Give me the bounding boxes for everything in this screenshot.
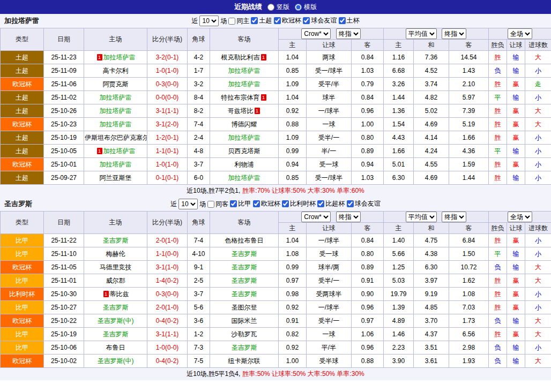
full-match-select[interactable]: 全场 bbox=[508, 28, 532, 39]
away-team-cell: 加拉塔萨雷 bbox=[210, 171, 279, 185]
same-venue-checkbox[interactable]: 同主 bbox=[228, 17, 249, 26]
goals-result-cell: 小 bbox=[525, 341, 551, 355]
away-team[interactable]: 贝西克塔斯 bbox=[228, 147, 260, 155]
same-venue-checkbox-input[interactable] bbox=[207, 201, 214, 208]
home-team[interactable]: 圣吉罗斯 bbox=[103, 330, 129, 338]
same-venue-checkbox[interactable]: 同客 bbox=[207, 200, 228, 209]
competition-checkbox[interactable]: 土杯 bbox=[339, 16, 360, 25]
competition-checkbox[interactable]: 欧冠杯 bbox=[274, 16, 301, 25]
final-index-select2[interactable]: 终指 bbox=[442, 212, 466, 222]
date-cell: 25-10-01 bbox=[44, 158, 84, 171]
home-team[interactable]: 加拉塔萨雷 bbox=[100, 94, 132, 101]
competition-checkbox-input[interactable] bbox=[253, 200, 260, 207]
score-cell: 3-1(1-1) bbox=[147, 104, 188, 118]
home-team[interactable]: 蒂比兹 bbox=[110, 290, 129, 298]
away-team[interactable]: 利物浦 bbox=[235, 161, 254, 168]
competition-checkbox[interactable]: 比甲 bbox=[230, 199, 251, 208]
away-team[interactable]: 国际米兰 bbox=[232, 317, 257, 325]
crown-company-select[interactable]: Crow* bbox=[301, 212, 331, 222]
avg-draw-cell: 4.38 bbox=[414, 247, 449, 261]
competition-checkbox[interactable]: 比利时杯 bbox=[282, 199, 316, 208]
home-odds-cell: 1.04 bbox=[279, 91, 307, 104]
goals-result-cell: 小 bbox=[525, 288, 551, 301]
competition-checkbox-input[interactable] bbox=[282, 200, 289, 207]
away-team[interactable]: 圣吉罗斯 bbox=[232, 263, 257, 271]
home-team[interactable]: 圣吉罗斯 bbox=[103, 237, 129, 244]
home-team[interactable]: 加拉塔萨雷 bbox=[103, 54, 136, 61]
final-index-select2[interactable]: 终指 bbox=[442, 28, 466, 39]
recent-count-select[interactable]: 10 bbox=[178, 199, 198, 209]
home-team[interactable]: 圣吉罗斯(中) bbox=[98, 317, 134, 325]
home-team[interactable]: 梅赫伦 bbox=[106, 250, 125, 258]
home-team[interactable]: 加拉塔萨雷 bbox=[100, 107, 132, 115]
away-team[interactable]: 加拉塔萨雷 bbox=[228, 67, 260, 74]
home-team[interactable]: 伊斯坦布尔巴萨克塞尔 bbox=[85, 134, 147, 141]
home-team[interactable]: 阿贾克斯 bbox=[103, 80, 129, 88]
away-team[interactable]: 圣吉罗斯 bbox=[232, 290, 257, 298]
competition-checkbox[interactable]: 土超 bbox=[251, 16, 272, 25]
away-team[interactable]: 沙勒罗瓦 bbox=[232, 330, 257, 338]
away-team[interactable]: 纽卡斯尔联 bbox=[228, 357, 260, 365]
handicap-result-cell: 赢 bbox=[507, 131, 525, 145]
home-team[interactable]: 圣吉罗斯(中) bbox=[98, 357, 134, 365]
layout-vertical-radio[interactable]: 竖版 bbox=[267, 3, 289, 12]
horizontal-radio-input[interactable] bbox=[295, 4, 302, 11]
competition-checkbox-input[interactable] bbox=[251, 17, 258, 24]
competition-checkbox[interactable]: 欧冠杯 bbox=[253, 199, 280, 208]
home-team[interactable]: 加拉塔萨雷 bbox=[103, 147, 136, 155]
sub-handicap: 让球 bbox=[307, 40, 352, 51]
same-venue-checkbox-input[interactable] bbox=[228, 18, 235, 25]
average-select[interactable]: 平均值 bbox=[406, 212, 437, 222]
away-team[interactable]: 圣图尔登 bbox=[232, 304, 257, 311]
layout-horizontal-radio[interactable]: 横版 bbox=[295, 3, 317, 12]
recent-count-select[interactable]: 10 bbox=[199, 16, 219, 26]
home-team-cell: 阿贾克斯 bbox=[84, 78, 147, 91]
red-card-badge: 1 bbox=[103, 291, 109, 297]
handicap-cell: 半/一 bbox=[307, 145, 352, 158]
home-team[interactable]: 布鲁日 bbox=[106, 344, 125, 351]
handicap-result-cell: 输 bbox=[507, 247, 525, 261]
competition-checkbox-input[interactable] bbox=[303, 17, 310, 24]
away-team[interactable]: 哥兹塔比 bbox=[228, 107, 254, 115]
competition-checkbox-input[interactable] bbox=[317, 200, 324, 207]
final-index-select[interactable]: 终指 bbox=[336, 28, 361, 39]
competition-checkbox-input[interactable] bbox=[339, 17, 346, 24]
average-select[interactable]: 平均值 bbox=[406, 28, 437, 39]
handicap-cell: 受一球 bbox=[307, 158, 352, 171]
away-team[interactable]: 加拉塔萨雷 bbox=[228, 80, 260, 88]
home-team[interactable]: 高卡尔利 bbox=[103, 67, 129, 74]
vertical-radio-input[interactable] bbox=[267, 4, 274, 11]
avg-draw-cell: 5.02 bbox=[414, 104, 449, 118]
crown-company-select[interactable]: Crow* bbox=[301, 28, 331, 39]
home-team[interactable]: 马德里竞技 bbox=[100, 263, 132, 271]
competition-cell: 比甲 bbox=[1, 247, 44, 261]
result-cell: 胜 bbox=[489, 131, 507, 145]
home-team[interactable]: 加拉塔萨雷 bbox=[100, 161, 132, 168]
competition-checkbox[interactable]: 球会友谊 bbox=[347, 199, 381, 208]
competition-checkbox-input[interactable] bbox=[274, 17, 281, 24]
competition-checkbox[interactable]: 球会友谊 bbox=[303, 16, 337, 25]
corner-cell: 5-6 bbox=[188, 301, 210, 314]
home-team[interactable]: 圣吉罗斯 bbox=[103, 304, 129, 311]
competition-checkbox-input[interactable] bbox=[230, 200, 237, 207]
competition-checkbox[interactable]: 比超杯 bbox=[317, 199, 345, 208]
home-team[interactable]: 威尔郡 bbox=[106, 277, 125, 284]
date-cell: 25-11-10 bbox=[44, 247, 84, 261]
away-team[interactable]: 特拉布宗体育 bbox=[221, 94, 260, 101]
home-team[interactable]: 阿兰亚斯堡 bbox=[100, 174, 132, 182]
away-team[interactable]: 圣吉罗斯 bbox=[232, 344, 257, 351]
full-match-select[interactable]: 全场 bbox=[508, 212, 532, 222]
away-team[interactable]: 圣吉罗斯 bbox=[232, 277, 257, 284]
away-team[interactable]: 加拉塔萨雷 bbox=[228, 174, 260, 182]
away-team[interactable]: 博德闪耀 bbox=[232, 120, 257, 128]
away-team[interactable]: 加拉塔萨雷 bbox=[228, 134, 260, 141]
corner-cell: 2-4 bbox=[188, 131, 210, 145]
home-team[interactable]: 加拉塔萨雷 bbox=[100, 120, 132, 128]
away-team[interactable]: 色格拉布鲁日 bbox=[225, 237, 264, 244]
away-team[interactable]: 根克勒比利吉 bbox=[221, 54, 260, 61]
away-team[interactable]: 圣吉罗斯 bbox=[232, 250, 257, 258]
competition-checkbox-input[interactable] bbox=[347, 200, 354, 207]
corner-cell: 7-4 bbox=[188, 234, 210, 247]
final-index-select[interactable]: 终指 bbox=[336, 212, 361, 222]
avg-away-cell: 1.66 bbox=[449, 131, 489, 145]
